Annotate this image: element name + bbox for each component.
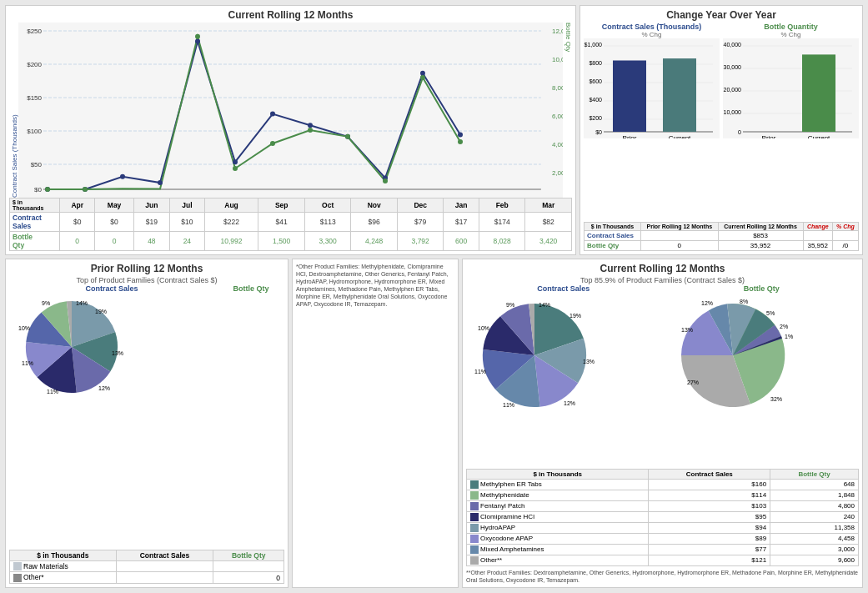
svg-text:Prior: Prior bbox=[623, 134, 637, 138]
bottle-label: BottleQty bbox=[13, 233, 33, 249]
y-axis-left-label: Contract Sales (Thousands) bbox=[9, 23, 18, 198]
svg-rect-0 bbox=[18, 23, 563, 198]
yoy-title: Change Year Over Year bbox=[584, 9, 859, 21]
table-row-contract: ContractSales $0$0$19$10$222 $41$113$96$… bbox=[10, 213, 572, 232]
svg-text:$150: $150 bbox=[27, 94, 42, 102]
svg-point-30 bbox=[458, 132, 463, 137]
svg-text:27%: 27% bbox=[687, 379, 699, 385]
y-axis-right-label: Bottle Qty bbox=[563, 23, 572, 198]
svg-text:14%: 14% bbox=[539, 302, 550, 308]
svg-point-22 bbox=[158, 180, 163, 185]
current-product-row: Mixed Amphetamines $77 3,000 bbox=[467, 544, 859, 555]
current-product-row: Oxycodone APAP $89 4,458 bbox=[467, 533, 859, 544]
svg-point-21 bbox=[120, 174, 125, 179]
yoy-row-bottle: Bottle Qty 035,95235,952/0 bbox=[585, 241, 859, 251]
svg-text:2,000: 2,000 bbox=[552, 169, 563, 177]
svg-point-31 bbox=[45, 187, 50, 192]
yoy-bottle-bars: 40,000 30,000 20,000 10,000 0 bbox=[723, 38, 859, 138]
current-bottle-pie: 32% 27% 13% 12% 8% bbox=[665, 293, 810, 418]
current-product-row: Methylphen ER Tabs $160 648 bbox=[467, 479, 859, 490]
svg-text:11%: 11% bbox=[503, 402, 514, 408]
svg-text:0: 0 bbox=[738, 129, 741, 135]
svg-text:12%: 12% bbox=[564, 400, 575, 406]
svg-point-37 bbox=[345, 134, 350, 139]
svg-text:20,000: 20,000 bbox=[724, 87, 742, 93]
svg-text:13%: 13% bbox=[583, 359, 595, 364]
current-contract-pie: 19% 13% 12% 11% 11% bbox=[466, 293, 612, 418]
svg-text:14%: 14% bbox=[76, 300, 88, 306]
current-bottle-bar bbox=[802, 54, 835, 132]
svg-point-29 bbox=[420, 71, 425, 76]
yoy-row-contract: Contract Sales $853 bbox=[585, 231, 859, 241]
yoy-bottle-subtitle: % Chg bbox=[723, 31, 859, 38]
svg-text:8,000: 8,000 bbox=[552, 84, 563, 92]
yoy-contract-bars: $1,000 $800 $600 $400 $200 $0 bbox=[584, 38, 720, 138]
table-row-bottle: BottleQty 00482410,992 1,5003,3004,2483,… bbox=[10, 232, 572, 251]
svg-point-23 bbox=[195, 38, 200, 43]
prior-contract-pie-title: Contract Sales bbox=[9, 284, 214, 293]
svg-text:$50: $50 bbox=[31, 161, 43, 168]
center-column: *Other Product Families: Methylphenidate… bbox=[292, 259, 459, 588]
svg-text:10%: 10% bbox=[18, 325, 30, 331]
yoy-contract-title: Contract Sales (Thousands) bbox=[584, 23, 720, 31]
yoy-bottle-title: Bottle Quantity bbox=[723, 23, 859, 31]
svg-text:$0: $0 bbox=[595, 129, 602, 135]
svg-text:40,000: 40,000 bbox=[724, 42, 742, 48]
svg-text:$800: $800 bbox=[589, 60, 602, 66]
yoy-bottle-section: Bottle Quantity % Chg 40,000 30,000 20,0… bbox=[723, 23, 859, 222]
svg-text:9%: 9% bbox=[42, 300, 50, 306]
svg-text:11%: 11% bbox=[22, 360, 33, 366]
contract-label: ContractSales bbox=[13, 214, 42, 230]
svg-text:Prior: Prior bbox=[762, 134, 776, 138]
yoy-table: $ in Thousands Prior Rolling 12 Months C… bbox=[584, 222, 859, 251]
svg-point-36 bbox=[308, 128, 313, 133]
yoy-contract-section: Contract Sales (Thousands) % Chg $1,000 … bbox=[584, 23, 720, 222]
main-container: Current Rolling 12 Months Contract Sales… bbox=[0, 0, 868, 593]
prior-contract-pie-section: Contract Sales 19% 13% 12% bbox=[9, 284, 214, 546]
current-bottle-pie-title: Bottle Qty bbox=[665, 284, 860, 293]
current-contract-pie-section: Contract Sales 19% 13% 12% bbox=[466, 284, 661, 469]
main-chart-title: Current Rolling 12 Months bbox=[9, 9, 572, 21]
svg-point-24 bbox=[233, 159, 238, 164]
svg-text:$200: $200 bbox=[589, 115, 602, 121]
svg-text:2%: 2% bbox=[780, 324, 788, 329]
svg-text:$400: $400 bbox=[589, 97, 602, 103]
current-product-row: Fentanyl Patch $103 4,800 bbox=[467, 500, 859, 511]
current-product-row: HydroAPAP $94 11,358 bbox=[467, 522, 859, 533]
prior-row-raw: Raw Materials bbox=[10, 560, 284, 572]
svg-point-40 bbox=[458, 139, 463, 144]
svg-point-35 bbox=[270, 141, 275, 146]
svg-text:$1,000: $1,000 bbox=[585, 42, 603, 48]
current-contract-pie-title: Contract Sales bbox=[466, 284, 661, 293]
svg-text:$200: $200 bbox=[27, 61, 42, 68]
prior-12-subtitle: Top of Product Families (Contract Sales … bbox=[9, 276, 284, 284]
prior-footnote: *Other Product Families: Methylphenidate… bbox=[292, 259, 459, 588]
svg-text:11%: 11% bbox=[47, 389, 58, 394]
yoy-contract-subtitle: % Chg bbox=[584, 31, 720, 38]
prior-12-panel: Prior Rolling 12 Months Top of Product F… bbox=[5, 259, 288, 588]
svg-point-38 bbox=[383, 178, 388, 183]
svg-rect-41 bbox=[584, 38, 720, 138]
svg-point-32 bbox=[83, 187, 88, 192]
svg-text:19%: 19% bbox=[569, 313, 581, 319]
svg-text:$250: $250 bbox=[27, 28, 42, 35]
svg-text:8%: 8% bbox=[740, 299, 748, 304]
line-chart-svg: $250 $200 $150 $100 $50 $0 12,000 10,000… bbox=[18, 23, 563, 198]
svg-text:30,000: 30,000 bbox=[724, 64, 742, 70]
svg-point-25 bbox=[270, 112, 275, 117]
svg-text:5%: 5% bbox=[766, 310, 775, 316]
current-12-panel: Current Rolling 12 Months Top 85.9% of P… bbox=[462, 259, 863, 588]
svg-text:1%: 1% bbox=[785, 334, 793, 339]
prior-product-table: $ in Thousands Contract Sales Bottle Qty… bbox=[9, 550, 284, 585]
current-12-title: Current Rolling 12 Months bbox=[466, 263, 859, 274]
bottom-row: Prior Rolling 12 Months Top of Product F… bbox=[5, 259, 863, 588]
current-product-row: Other** $121 9,600 bbox=[467, 555, 859, 565]
svg-text:Current: Current bbox=[808, 134, 830, 138]
svg-rect-56 bbox=[723, 38, 859, 138]
yoy-bar-charts: Contract Sales (Thousands) % Chg $1,000 … bbox=[584, 23, 859, 222]
current-bottle-pie-section: Bottle Qty 32% 27% 13% bbox=[665, 284, 860, 469]
svg-text:13%: 13% bbox=[112, 350, 123, 356]
current-product-table: $ in Thousands Contract Sales Bottle Qty… bbox=[466, 469, 859, 566]
svg-text:10%: 10% bbox=[478, 325, 489, 331]
svg-text:9%: 9% bbox=[506, 302, 514, 308]
